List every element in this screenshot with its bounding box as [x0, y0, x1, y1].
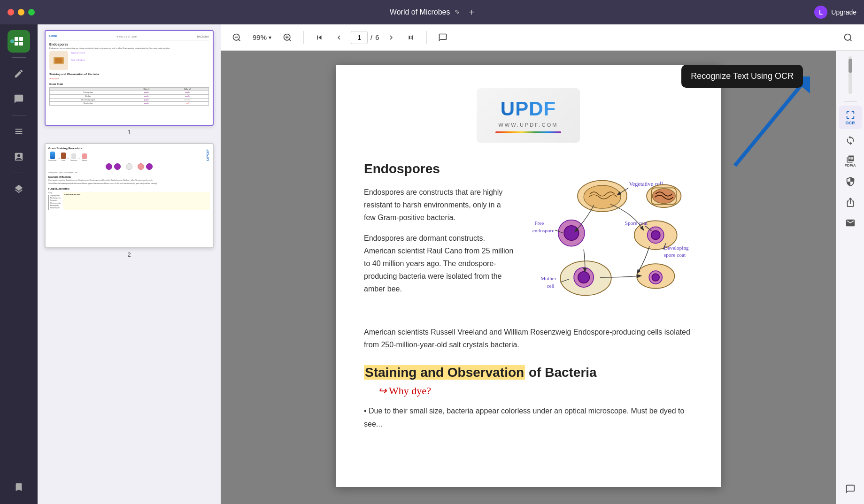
section1-title: Endospores — [364, 161, 514, 176]
thumbnail-page-1[interactable]: UPDF www.updf.com BACTERIA Endospores En… — [45, 30, 214, 126]
first-page-button[interactable] — [311, 31, 327, 45]
left-sidebar — [0, 24, 38, 504]
svg-point-37 — [578, 272, 590, 283]
svg-rect-0 — [15, 37, 18, 41]
page-navigation: / 6 — [304, 31, 426, 45]
right-sidebar: OCR PDF/A — [836, 51, 864, 504]
why-dye-label: Why dye? — [389, 385, 431, 397]
search-button[interactable] — [840, 30, 856, 45]
sidebar-divider-2 — [12, 115, 26, 115]
sidebar-item-forms[interactable] — [8, 145, 30, 168]
svg-text:Free: Free — [534, 220, 544, 226]
upgrade-label: Upgrade — [831, 8, 856, 16]
sidebar-divider-1 — [12, 57, 26, 58]
pdf-a-label: PDF/A — [845, 163, 856, 168]
toolbar-extra — [427, 30, 459, 45]
why-dye-text: ↪ Why dye? — [378, 385, 693, 397]
sidebar-item-bookmark[interactable] — [8, 476, 30, 498]
minimize-button[interactable] — [18, 9, 24, 15]
svg-point-23 — [564, 226, 579, 241]
right-sidebar-divider — [844, 101, 857, 102]
titlebar: World of Microbes ✎ + L Upgrade — [0, 0, 864, 24]
updf-url: WWW.UPDF.COM — [495, 122, 561, 128]
maximize-button[interactable] — [28, 9, 35, 15]
svg-text:Mother: Mother — [540, 275, 556, 281]
thumb-page-num-1: 1 — [127, 129, 131, 136]
zoom-out-button[interactable] — [228, 30, 245, 45]
prev-page-button[interactable] — [331, 31, 347, 45]
last-page-button[interactable] — [403, 31, 419, 45]
svg-point-11 — [845, 34, 851, 40]
svg-rect-2 — [15, 42, 18, 46]
zoom-in-button[interactable] — [279, 30, 296, 45]
updf-logo-box: UPDF WWW.UPDF.COM — [477, 88, 580, 143]
zoom-controls: 99% ▾ — [221, 30, 303, 45]
ocr-tooltip-text: Recognize Text Using OCR — [691, 71, 794, 81]
thumbnail-page-2[interactable]: UPDF Gram Staining Procedure Crystal vio… — [45, 143, 214, 248]
svg-text:endospore: endospore — [532, 228, 555, 233]
edit-title-icon[interactable]: ✎ — [455, 8, 460, 16]
upgrade-button[interactable]: L Upgrade — [814, 6, 856, 19]
share-icon[interactable] — [841, 193, 860, 212]
para3: American scientists Russell Vreeland and… — [364, 326, 693, 351]
pdf-page: UPDF WWW.UPDF.COM Endospores Endospores … — [336, 65, 721, 487]
svg-text:spore coat: spore coat — [664, 252, 686, 258]
thumb-page-num-2: 2 — [127, 251, 131, 258]
thumb-inner-2: UPDF Gram Staining Procedure Crystal vio… — [46, 144, 213, 247]
svg-line-10 — [289, 39, 291, 41]
diagram-column: Vegetative cell — [528, 161, 693, 321]
svg-text:cell: cell — [547, 283, 554, 289]
svg-line-14 — [735, 86, 801, 166]
page-nav: / 6 — [351, 31, 379, 44]
close-button[interactable] — [8, 9, 14, 15]
svg-rect-1 — [19, 37, 23, 41]
bullet1-text: Due to their small size, bacteria appear… — [364, 407, 684, 428]
thumbnail-panel: UPDF www.updf.com BACTERIA Endospores En… — [38, 24, 221, 504]
sidebar-dot — [10, 39, 14, 43]
page-number-input[interactable] — [351, 31, 368, 44]
thumbnail-wrapper-2: UPDF Gram Staining Procedure Crystal vio… — [45, 143, 214, 258]
text-column: Endospores Endospores are constructs tha… — [364, 161, 514, 321]
mail-icon[interactable] — [841, 214, 860, 232]
svg-text:Developing: Developing — [664, 245, 689, 251]
title-highlighted: Staining and Observation — [364, 365, 525, 380]
pdf-a-icon[interactable]: PDF/A — [841, 152, 860, 170]
window-controls — [8, 9, 35, 15]
ocr-tooltip: Recognize Text Using OCR — [681, 65, 803, 88]
svg-line-6 — [239, 39, 240, 41]
page-total: 6 — [375, 33, 379, 41]
svg-point-29 — [651, 230, 660, 239]
thumb-inner-1: UPDF www.updf.com BACTERIA Endospores En… — [46, 31, 213, 125]
svg-point-43 — [652, 274, 659, 281]
zoom-display[interactable]: 99% ▾ — [249, 31, 275, 43]
page-separator: / — [370, 33, 372, 41]
sidebar-divider-3 — [12, 173, 26, 173]
pdf-area: Recognize Text Using OCR UPDF — [221, 51, 836, 504]
updf-rainbow — [495, 131, 561, 133]
sidebar-item-comment[interactable] — [8, 88, 30, 110]
avatar: L — [814, 6, 827, 19]
thumbnail-wrapper-1: UPDF www.updf.com BACTERIA Endospores En… — [45, 30, 214, 136]
ocr-icon[interactable]: OCR — [839, 106, 862, 129]
sidebar-item-annotate[interactable] — [8, 62, 30, 85]
sidebar-item-layers[interactable] — [8, 178, 30, 200]
svg-line-12 — [850, 39, 852, 41]
bullet1: • Due to their small size, bacteria appe… — [364, 405, 693, 430]
protect-icon[interactable] — [841, 172, 860, 191]
sidebar-item-organize[interactable] — [8, 120, 30, 143]
staining-title-area: Staining and Observation of Bacteria — [364, 365, 693, 380]
comment-button[interactable] — [434, 30, 451, 45]
toolbar: 99% ▾ / 6 — [221, 24, 864, 51]
main-area: UPDF www.updf.com BACTERIA Endospores En… — [0, 24, 864, 504]
title-rest: of Bacteria — [525, 365, 597, 380]
zoom-level: 99% — [253, 33, 267, 41]
updf-logo-area: UPDF WWW.UPDF.COM — [364, 88, 693, 143]
new-tab-button[interactable]: + — [469, 7, 474, 18]
para2: Endospores are dormant constructs. Ameri… — [364, 232, 514, 296]
next-page-button[interactable] — [383, 31, 399, 45]
sidebar-item-thumbnail[interactable] — [8, 30, 30, 53]
chat-bottom-icon[interactable] — [841, 480, 860, 498]
section2-title: Staining and Observation of Bacteria — [364, 365, 693, 380]
convert-icon[interactable] — [841, 131, 860, 150]
ocr-label: OCR — [846, 121, 855, 125]
